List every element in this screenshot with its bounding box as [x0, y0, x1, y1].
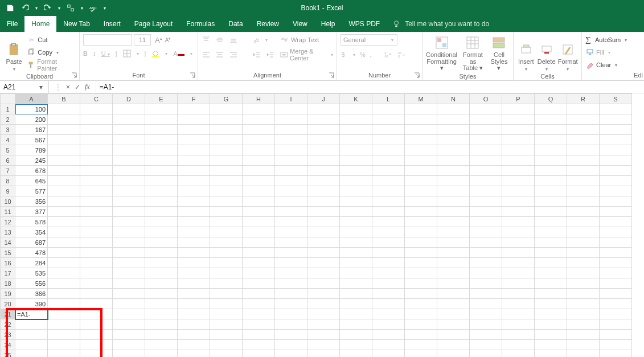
cell[interactable]: [470, 196, 502, 207]
cell[interactable]: [243, 350, 275, 358]
align-center-icon[interactable]: [215, 50, 224, 59]
insert-function-button[interactable]: fx: [85, 83, 90, 91]
cell[interactable]: [178, 196, 210, 207]
cell[interactable]: [113, 248, 145, 258]
column-header[interactable]: K: [340, 94, 372, 104]
cell[interactable]: [470, 176, 502, 186]
cell[interactable]: 354: [15, 227, 48, 237]
cell[interactable]: [405, 155, 437, 166]
cell[interactable]: [210, 248, 243, 258]
cell[interactable]: [470, 104, 502, 114]
touch-mode-icon[interactable]: [66, 3, 75, 13]
cell[interactable]: [470, 330, 502, 340]
cell[interactable]: [567, 217, 600, 227]
formula-input[interactable]: [96, 81, 644, 93]
cell[interactable]: [340, 268, 372, 278]
cell[interactable]: [113, 166, 145, 176]
cell[interactable]: [340, 340, 372, 350]
cell[interactable]: [48, 330, 80, 340]
cell[interactable]: [437, 248, 470, 258]
cell[interactable]: [80, 227, 113, 237]
cell[interactable]: [437, 186, 470, 196]
cell[interactable]: [600, 330, 632, 340]
cell[interactable]: [145, 227, 178, 237]
cell[interactable]: [243, 289, 275, 299]
tab-help[interactable]: Help: [314, 16, 342, 32]
cell[interactable]: [307, 186, 340, 196]
cell[interactable]: [340, 145, 372, 155]
cell[interactable]: [372, 176, 405, 186]
cell[interactable]: [80, 319, 113, 330]
cell[interactable]: [80, 114, 113, 125]
cell[interactable]: [405, 268, 437, 278]
column-header[interactable]: S: [600, 94, 632, 104]
cell[interactable]: [210, 114, 243, 125]
cell[interactable]: [48, 166, 80, 176]
wrap-text-button[interactable]: abWrap Text: [280, 34, 333, 46]
cell[interactable]: [567, 166, 600, 176]
cell[interactable]: [372, 227, 405, 237]
cell[interactable]: [48, 207, 80, 217]
row-header[interactable]: 18: [1, 278, 15, 289]
cell[interactable]: [275, 217, 307, 227]
cell[interactable]: [535, 114, 567, 125]
cell[interactable]: 687: [15, 237, 48, 248]
cell[interactable]: 100: [15, 104, 48, 114]
tab-wpspdf[interactable]: WPS PDF: [342, 16, 387, 32]
row-header[interactable]: 12: [1, 217, 15, 227]
cell[interactable]: [567, 227, 600, 237]
cell[interactable]: [437, 135, 470, 145]
cell[interactable]: [567, 248, 600, 258]
cell[interactable]: [275, 135, 307, 145]
cell[interactable]: [600, 104, 632, 114]
cell[interactable]: [210, 350, 243, 358]
cell[interactable]: [567, 135, 600, 145]
cell[interactable]: [470, 217, 502, 227]
row-header[interactable]: 24: [1, 340, 15, 350]
cell[interactable]: [535, 166, 567, 176]
cell[interactable]: [113, 155, 145, 166]
cell[interactable]: [600, 125, 632, 135]
cell[interactable]: [437, 299, 470, 309]
cell[interactable]: [372, 289, 405, 299]
cell[interactable]: [600, 186, 632, 196]
cell[interactable]: [210, 196, 243, 207]
tab-view[interactable]: View: [286, 16, 314, 32]
cell[interactable]: [600, 114, 632, 125]
row-header[interactable]: 9: [1, 186, 15, 196]
column-header[interactable]: H: [243, 94, 275, 104]
cell[interactable]: [405, 114, 437, 125]
cell[interactable]: [405, 196, 437, 207]
cell[interactable]: [48, 237, 80, 248]
cell[interactable]: [372, 330, 405, 340]
cell[interactable]: [535, 350, 567, 358]
cell[interactable]: [48, 299, 80, 309]
tab-insert[interactable]: Insert: [97, 16, 128, 32]
cell[interactable]: [275, 340, 307, 350]
cell[interactable]: [372, 207, 405, 217]
cell[interactable]: [372, 248, 405, 258]
cell[interactable]: [340, 114, 372, 125]
cell[interactable]: [502, 319, 535, 330]
cell[interactable]: [535, 340, 567, 350]
cell[interactable]: 645: [15, 176, 48, 186]
name-box[interactable]: ▾: [0, 81, 49, 93]
cell[interactable]: [243, 155, 275, 166]
cell[interactable]: [80, 135, 113, 145]
cell[interactable]: [113, 258, 145, 268]
currency-button[interactable]: $: [341, 51, 348, 59]
cell[interactable]: [80, 278, 113, 289]
cell[interactable]: [275, 278, 307, 289]
cell[interactable]: 390: [15, 299, 48, 309]
cell[interactable]: [145, 125, 178, 135]
cell[interactable]: [275, 227, 307, 237]
cell[interactable]: [48, 114, 80, 125]
cell[interactable]: [307, 340, 340, 350]
insert-cells-button[interactable]: Insert▾: [517, 34, 535, 72]
font-color-button[interactable]: A: [173, 50, 184, 57]
row-header[interactable]: 8: [1, 176, 15, 186]
cell[interactable]: [48, 268, 80, 278]
cell[interactable]: [275, 155, 307, 166]
cell[interactable]: [210, 268, 243, 278]
cell[interactable]: [405, 340, 437, 350]
